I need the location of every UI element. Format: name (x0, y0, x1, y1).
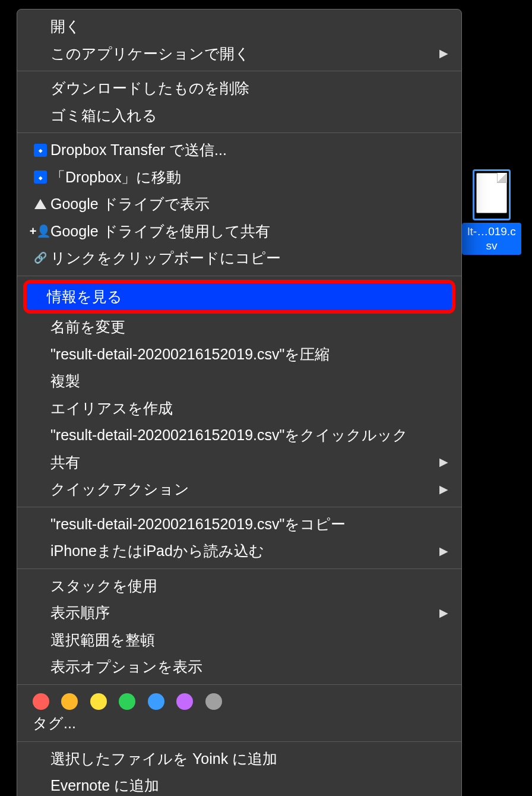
menu-divider (17, 568, 461, 569)
context-menu: 開く このアプリケーションで開く ▶ ダウンロードしたものを削除 ゴミ箱に入れる… (17, 9, 462, 796)
menu-divider (17, 132, 461, 133)
menu-item-compress[interactable]: "result-detail-20200216152019.csv"を圧縮 (17, 341, 461, 368)
menu-divider (17, 71, 461, 71)
tag-blue[interactable] (148, 693, 164, 710)
menu-item-make-alias[interactable]: エイリアスを作成 (17, 395, 461, 422)
submenu-arrow-icon: ▶ (439, 454, 448, 471)
dropbox-icon: ⬥ (30, 170, 50, 184)
submenu-arrow-icon: ▶ (439, 45, 448, 62)
menu-item-clean-up-selection[interactable]: 選択範囲を整頓 (17, 627, 461, 654)
menu-item-copy[interactable]: "result-detail-20200216152019.csv"をコピー (17, 511, 461, 538)
menu-item-get-info[interactable]: 情報を見る (27, 283, 452, 311)
tag-purple[interactable] (176, 693, 193, 710)
menu-item-open[interactable]: 開く (17, 13, 461, 40)
menu-item-use-stacks[interactable]: スタックを使用 (17, 573, 461, 600)
menu-item-copy-link[interactable]: 🔗 リンクをクリップボードにコピー (17, 245, 461, 272)
link-icon: 🔗 (30, 250, 50, 266)
tag-green[interactable] (119, 693, 135, 710)
highlighted-frame: 情報を見る (23, 280, 455, 314)
submenu-arrow-icon: ▶ (439, 543, 448, 560)
tags-row (17, 688, 461, 713)
menu-item-rename[interactable]: 名前を変更 (17, 314, 461, 341)
menu-item-quick-look[interactable]: "result-detail-20200216152019.csv"をクイックル… (17, 422, 461, 449)
menu-item-open-with[interactable]: このアプリケーションで開く ▶ (17, 40, 461, 68)
menu-item-sort-by[interactable]: 表示順序 ▶ (17, 599, 461, 627)
file-label: lt-…019.csv (462, 223, 521, 255)
submenu-arrow-icon: ▶ (439, 481, 448, 498)
tag-yellow[interactable] (90, 693, 107, 710)
menu-item-import-from-device[interactable]: iPhoneまたはiPadから読み込む ▶ (17, 538, 461, 565)
menu-divider (17, 684, 461, 685)
menu-item-show-in-gdrive[interactable]: Google ドライブで表示 (17, 191, 461, 218)
tag-gray[interactable] (205, 693, 222, 710)
google-drive-icon (30, 199, 50, 209)
menu-divider (17, 741, 461, 742)
menu-item-share[interactable]: 共有 ▶ (17, 449, 461, 476)
menu-divider (17, 276, 461, 276)
add-user-icon: +👤 (30, 222, 50, 240)
menu-divider (17, 507, 461, 507)
tag-orange[interactable] (61, 693, 78, 710)
menu-item-duplicate[interactable]: 複製 (17, 368, 461, 395)
menu-item-move-to-dropbox[interactable]: ⬥ 「Dropbox」に移動 (17, 164, 461, 191)
menu-item-move-to-trash[interactable]: ゴミ箱に入れる (17, 102, 461, 129)
tag-red[interactable] (33, 693, 49, 710)
menu-item-yoink-add[interactable]: 選択したファイルを Yoink に追加 (17, 746, 461, 773)
menu-item-quick-actions[interactable]: クイックアクション ▶ (17, 476, 461, 503)
menu-item-show-view-options[interactable]: 表示オプションを表示 (17, 653, 461, 681)
file-selection-frame (473, 169, 511, 220)
submenu-arrow-icon: ▶ (439, 605, 448, 622)
desktop-file[interactable]: lt-…019.csv (462, 169, 521, 255)
dropbox-icon: ⬥ (30, 144, 50, 157)
menu-item-share-gdrive[interactable]: +👤 Google ドライブを使用して共有 (17, 218, 461, 245)
file-icon (476, 173, 507, 213)
menu-item-remove-download[interactable]: ダウンロードしたものを削除 (17, 75, 461, 102)
menu-item-dropbox-transfer[interactable]: ⬥ Dropbox Transfer で送信... (17, 137, 461, 164)
menu-item-tags[interactable]: タグ... (17, 713, 461, 738)
menu-item-evernote-add[interactable]: Evernote に追加 (17, 772, 461, 796)
